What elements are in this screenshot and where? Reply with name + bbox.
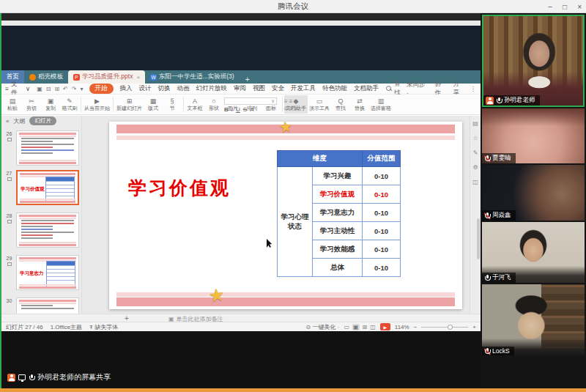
ribbon-button[interactable]: ✂ 剪切 <box>22 95 41 114</box>
current-slide[interactable]: ★ 学习价值观 维度 分值范围 学习心理状态 学习兴趣 0-10 <box>109 122 462 309</box>
ribbon-button[interactable]: ⊞ 新建幻灯片 <box>115 95 144 114</box>
header-dimension: 维度 <box>278 151 363 167</box>
window-title: 腾讯会议 <box>278 1 308 12</box>
zoom-in-button[interactable]: + <box>472 324 476 330</box>
desktop-white-strip <box>1 21 481 26</box>
tab-close-icon[interactable]: × <box>136 74 140 81</box>
settings-icon[interactable]: ⚙ <box>472 164 478 171</box>
ribbon-button-icon: ▦ <box>150 97 157 106</box>
wps-window: 首页 稻壳模板 P 学习品质提升.pptx × W 东阳一中学生适...实验班(… <box>1 70 481 331</box>
print-icon[interactable]: ⊟ <box>46 86 51 92</box>
ribbon-button[interactable]: ▭ 演示工具 <box>308 95 331 114</box>
underline-button[interactable]: U <box>236 106 240 113</box>
video-tile[interactable]: 周焱鑫 <box>482 165 585 221</box>
thumbnail-row-27[interactable]: 27 学习价值观 <box>4 170 79 205</box>
slide-thumbnail-selected[interactable]: 学习价值观 <box>16 170 79 205</box>
paragraph-cluster[interactable]: ≡≡≡ ≡≡≡ <box>281 95 302 115</box>
ribbon-button[interactable]: ▣ 复制 <box>41 95 60 114</box>
menu-item[interactable]: 文档助手 <box>354 84 379 93</box>
transition-icon <box>7 138 12 141</box>
ribbon-button[interactable] <box>81 97 81 112</box>
menu-item[interactable]: 设计 <box>139 84 152 93</box>
collapse-icon[interactable]: « <box>6 118 9 125</box>
share-banner-text: 孙明君老师的屏幕共享 <box>37 372 111 382</box>
ribbon-button[interactable] <box>113 97 114 112</box>
app-root: 腾讯会议 − □ × 首页 稻壳模板 P <box>0 0 586 392</box>
theme-name[interactable]: 1.Office主题 <box>51 323 82 331</box>
ribbon-button[interactable]: § 节 <box>163 95 182 114</box>
zoom-out-button[interactable]: − <box>414 324 418 330</box>
bold-button[interactable]: B <box>224 106 229 113</box>
layout-icon[interactable]: ◫ <box>472 179 478 185</box>
slide-title[interactable]: 学习价值观 <box>128 176 231 200</box>
thumbnail-row-28[interactable]: 28 <box>4 212 79 248</box>
slide-thumbnail[interactable] <box>16 130 79 166</box>
thumbnail-row-26[interactable]: 26 <box>4 130 79 166</box>
menu-item[interactable]: 安全 <box>272 84 284 93</box>
strikethrough-button[interactable]: S <box>243 106 247 113</box>
beautify-button[interactable]: ⊙ 一键美化 · <box>306 323 340 331</box>
zoom-slider-knob[interactable] <box>448 325 453 330</box>
menu-item[interactable]: 插入 <box>120 84 133 93</box>
reading-view-icon[interactable]: ◫ <box>370 324 376 330</box>
menu-item[interactable]: 开始 <box>89 84 114 94</box>
slides-toggle[interactable]: 幻灯片 <box>29 117 56 125</box>
menu-item[interactable]: 幻灯片放映 <box>196 84 228 93</box>
ribbon-button[interactable]: A 文本框 <box>185 95 204 114</box>
zoom-slider[interactable] <box>421 327 468 328</box>
ribbon-button[interactable]: ▥ 选择窗格 <box>369 95 393 114</box>
edit-icon[interactable]: ✎ <box>473 149 478 156</box>
desktop-navy-strip <box>1 26 481 70</box>
redo-icon[interactable]: ↷ <box>72 86 77 92</box>
minimize-button[interactable]: − <box>548 3 552 11</box>
italic-button[interactable]: I <box>231 106 233 113</box>
overflow-menu-icon[interactable]: ⋮ <box>470 85 481 92</box>
slide-thumbnail[interactable]: 学习意志力 <box>16 255 79 290</box>
sorter-view-icon[interactable]: ⊞ <box>363 324 368 330</box>
menu-item[interactable]: 切换 <box>158 84 171 93</box>
ribbon-button[interactable]: ✎ 格式刷 <box>60 95 79 114</box>
menu-item[interactable]: 特色功能 <box>322 84 347 93</box>
maximize-button[interactable]: □ <box>563 3 567 11</box>
slide-thumbnail[interactable] <box>16 297 79 314</box>
thumbnail-row-30[interactable]: 30 <box>4 297 79 314</box>
video-tile[interactable]: 于河飞 <box>482 222 585 283</box>
thumbnail-row-29[interactable]: 29 学习意志力 <box>4 255 79 290</box>
ribbon-button[interactable] <box>183 97 184 112</box>
properties-icon[interactable]: ▤ <box>472 120 478 127</box>
undo-icon[interactable]: ↶ <box>63 86 68 92</box>
dimension-table[interactable]: 维度 分值范围 学习心理状态 学习兴趣 0-10 学习价值观 0-10 <box>277 150 401 277</box>
ribbon-button[interactable]: Q 查找 <box>331 95 350 114</box>
video-tile[interactable]: LockS <box>482 284 585 355</box>
font-color-button[interactable]: A <box>250 106 253 113</box>
preview-icon[interactable]: ⊞ <box>54 86 59 92</box>
screen-share-banner: 孙明君老师的屏幕共享 <box>7 372 111 382</box>
ribbon-button[interactable]: ▦ 版式 <box>144 95 163 114</box>
video-tile[interactable]: 贾雯晴 <box>482 108 585 163</box>
ribbon-button[interactable]: ▶ 从当前开始 <box>83 95 111 114</box>
menu-item[interactable]: 视图 <box>253 84 265 93</box>
normal-view-icon[interactable]: ▣ <box>352 324 360 330</box>
ribbon-button[interactable]: ▤ 粘贴 <box>3 95 22 114</box>
close-button[interactable]: × <box>577 3 582 11</box>
menu-item[interactable]: 动画 <box>177 84 190 93</box>
slide-number: 29 <box>7 256 12 261</box>
slideshow-play-button[interactable]: ▶ <box>380 323 390 330</box>
slide-thumbnail[interactable] <box>16 212 79 248</box>
missing-font-warning[interactable]: Ŧ 缺失字体 <box>89 323 118 331</box>
menu-item[interactable]: 审阅 <box>234 84 246 93</box>
video-tile-presenter[interactable]: 孙明君老师 <box>482 15 585 107</box>
tab-active-document[interactable]: P 学习品质提升.pptx × <box>68 70 145 84</box>
vertical-scrollbar[interactable] <box>477 218 480 259</box>
font-name-select[interactable]: ∨ <box>224 97 277 105</box>
animation-icon[interactable]: ☆ <box>472 135 478 141</box>
notes-view-icon[interactable]: ▭ <box>344 324 349 330</box>
outline-toggle[interactable]: 大纲 <box>13 117 25 125</box>
save-icon[interactable]: ▣ <box>37 86 42 92</box>
menu-item[interactable]: 开发工具 <box>291 84 316 93</box>
ribbon-button-icon: ▶ <box>94 97 100 106</box>
ribbon-button[interactable]: ⇄ 替换 <box>350 95 369 114</box>
more-icon[interactable]: ▾ <box>81 86 84 92</box>
new-tab-button[interactable]: + <box>240 75 256 84</box>
tab-other-document[interactable]: W 东阳一中学生适...实验班(3) <box>145 70 239 84</box>
